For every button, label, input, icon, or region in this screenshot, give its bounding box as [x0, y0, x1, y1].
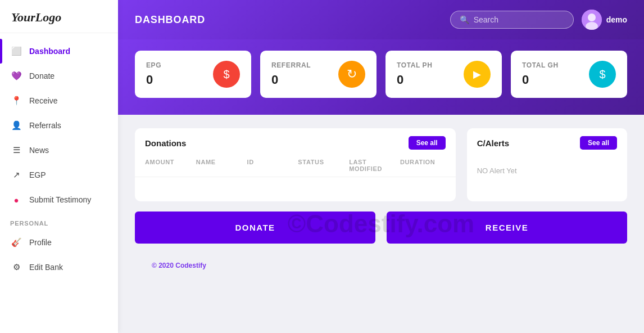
donations-see-all-button[interactable]: See all [409, 136, 446, 150]
col-name: NAME [196, 159, 242, 172]
calerts-see-all-button[interactable]: See all [580, 136, 617, 150]
donations-columns: AMOUNT NAME ID STATUS LAST MODIFIED DURA… [135, 155, 456, 177]
sidebar-item-edit-bank[interactable]: ⚙ Edit Bank [0, 255, 118, 280]
referrals-icon: 👤 [10, 119, 22, 132]
col-id: ID [247, 159, 293, 172]
donations-card: Donations See all AMOUNT NAME ID STATUS … [135, 128, 456, 201]
sidebar-item-label: Profile [29, 238, 52, 247]
avatar [582, 10, 602, 30]
stats-row: EPG 0 $ REFERRAL 0 ↻ TOTAL PH 0 ▶ [135, 51, 627, 98]
page-title: DASHBOARD [135, 14, 205, 26]
donations-header: Donations See all [135, 128, 456, 155]
stat-value-epg: 0 [146, 73, 161, 87]
footer-brand: Codestify [175, 262, 206, 269]
sidebar-item-dashboard[interactable]: ⬜ Dashboard [0, 39, 118, 64]
calerts-empty: NO Alert Yet [467, 155, 627, 186]
col-amount: AMOUNT [145, 159, 191, 172]
stat-value-total-gh: 0 [522, 73, 559, 87]
action-row: DONATE RECEIVE [135, 212, 627, 244]
receive-button[interactable]: RECEIVE [387, 212, 627, 244]
stat-card-referral: REFERRAL 0 ↻ [260, 51, 377, 98]
sidebar-item-submit-testimony[interactable]: ● Submit Testimony [0, 187, 118, 212]
svg-point-1 [588, 14, 596, 21]
stat-value-total-ph: 0 [397, 73, 432, 87]
user-info[interactable]: demo [582, 10, 627, 30]
sidebar-item-label: Referrals [29, 121, 61, 130]
content-area: ©Codestify.com Donations See all AMOUNT … [118, 115, 644, 333]
stat-icon-total-gh: $ [589, 61, 616, 88]
sidebar-item-donate[interactable]: 💜 Donate [0, 64, 118, 88]
col-status: STATUS [298, 159, 343, 172]
stat-card-total-ph: TOTAL PH 0 ▶ [386, 51, 502, 98]
sidebar-item-label: Donate [29, 71, 55, 80]
col-last-modified: LAST MODIFIED [349, 159, 394, 172]
calerts-header: C/Alerts See all [467, 128, 627, 155]
logo: YourLogo [0, 0, 118, 33]
sidebar-item-label: Receive [29, 96, 58, 105]
stat-label-total-gh: TOTAL GH [522, 61, 559, 69]
sidebar-item-label: EGP [29, 170, 46, 179]
stat-value-referral: 0 [271, 73, 311, 87]
donate-button[interactable]: DONATE [135, 212, 375, 244]
main-content: DASHBOARD 🔍 demo EPG 0 $ [118, 0, 644, 333]
stat-card-total-gh: TOTAL GH 0 $ [511, 51, 627, 98]
receive-icon: 📍 [10, 94, 22, 107]
stat-card-epg: EPG 0 $ [135, 51, 251, 98]
calerts-title: C/Alerts [477, 138, 510, 148]
sidebar-item-label: Edit Bank [29, 263, 63, 272]
tables-row: Donations See all AMOUNT NAME ID STATUS … [135, 128, 627, 201]
header: DASHBOARD 🔍 demo [118, 0, 644, 39]
footer-text: © 2020 [152, 262, 175, 269]
sidebar-item-news[interactable]: ☰ News [0, 138, 118, 163]
donations-title: Donations [145, 138, 186, 148]
sidebar-item-receive[interactable]: 📍 Receive [0, 88, 118, 113]
sidebar: YourLogo ⬜ Dashboard 💜 Donate 📍 Receive … [0, 0, 118, 333]
profile-icon: 🎸 [10, 236, 22, 249]
footer: © 2020 Codestify [135, 254, 627, 277]
stat-label-epg: EPG [146, 61, 161, 69]
stat-label-referral: REFERRAL [271, 61, 311, 69]
search-bar[interactable]: 🔍 [450, 11, 574, 29]
submit-testimony-icon: ● [10, 194, 22, 206]
personal-section-label: PERSONAL [0, 212, 118, 230]
dashboard-icon: ⬜ [10, 45, 22, 57]
stat-label-total-ph: TOTAL PH [397, 61, 432, 69]
dashboard-area: EPG 0 $ REFERRAL 0 ↻ TOTAL PH 0 ▶ [118, 39, 644, 115]
sidebar-item-label: Submit Testimony [29, 195, 91, 204]
sidebar-item-egp[interactable]: ↗ EGP [0, 163, 118, 187]
news-icon: ☰ [10, 144, 22, 156]
stat-icon-epg: $ [213, 61, 240, 88]
edit-bank-icon: ⚙ [10, 261, 22, 273]
header-right: 🔍 demo [450, 10, 627, 30]
sidebar-item-referrals[interactable]: 👤 Referrals [0, 113, 118, 138]
stat-icon-total-ph: ▶ [464, 61, 491, 88]
search-icon: 🔍 [460, 15, 469, 24]
stat-icon-referral: ↻ [338, 61, 365, 88]
user-name: demo [606, 15, 627, 24]
sidebar-item-profile[interactable]: 🎸 Profile [0, 230, 118, 255]
col-duration: DURATION [400, 159, 446, 172]
egp-icon: ↗ [10, 169, 22, 181]
sidebar-nav: ⬜ Dashboard 💜 Donate 📍 Receive 👤 Referra… [0, 33, 118, 333]
search-input[interactable] [474, 15, 564, 24]
sidebar-item-label: News [29, 146, 49, 155]
donate-icon: 💜 [10, 70, 22, 82]
calerts-card: C/Alerts See all NO Alert Yet [467, 128, 627, 201]
sidebar-item-label: Dashboard [29, 47, 70, 56]
